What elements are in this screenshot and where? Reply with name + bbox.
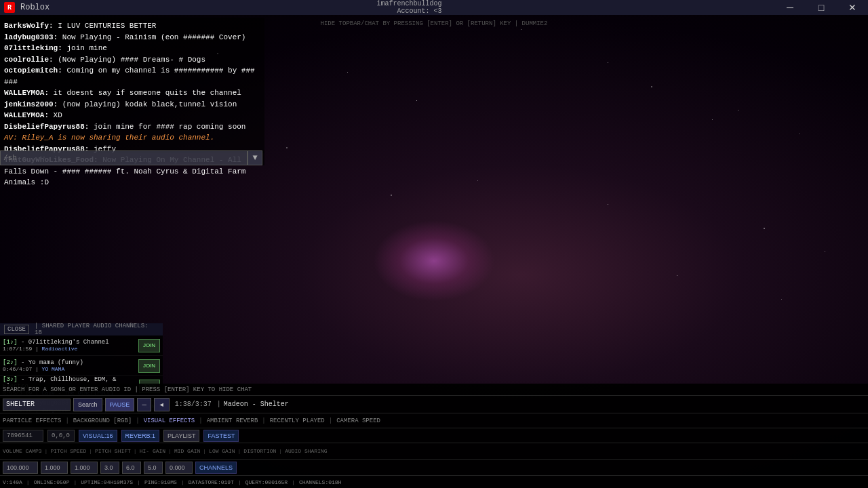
visual-setting-button[interactable]: VISUAL:16 bbox=[79, 430, 117, 442]
datastore-status: DATASTORE:019T bbox=[189, 479, 234, 485]
player-row: Search PAUSE ─ ◄ 1:38/3:37 | Madeon - Sh… bbox=[0, 396, 868, 413]
chat-panel: BarksWolfy: I LUV CENTURIES BETTER ladyb… bbox=[0, 18, 264, 153]
maximize-button[interactable]: □ bbox=[806, 0, 837, 15]
fastest-button[interactable]: FASTEST bbox=[203, 430, 239, 442]
chat-message-5: octopiemitch: Coming on my channel is ##… bbox=[4, 65, 260, 87]
mid-gain-label: MID GAIN bbox=[174, 448, 200, 454]
status-bar: V:140A | ONLINE:050P | UPTIME:04H10M37S … bbox=[0, 476, 868, 488]
center-glow bbox=[373, 220, 495, 302]
particle-effects-btn[interactable]: PARTICLE EFFECTS bbox=[3, 418, 61, 424]
volume-value-button[interactable]: 100.000 bbox=[3, 462, 38, 474]
chat-message-3: 07littleking: join mine bbox=[4, 43, 260, 54]
close-button[interactable]: ✕ bbox=[837, 0, 868, 15]
chat-message-2: ladybug0303: Now Playing - Rainism (eon … bbox=[4, 32, 260, 43]
search-hint-row: SEARCH FOR A SONG OR ENTER AUDIO ID | PR… bbox=[0, 384, 868, 396]
pitch-shift-value-button[interactable]: 1.000 bbox=[71, 462, 98, 474]
volume-label: VOLUME CAMP3 bbox=[3, 448, 42, 454]
reverb-setting-button[interactable]: REVERB:1 bbox=[121, 430, 160, 442]
hide-hint: HIDE TOPBAR/CHAT BY PRESSING [ENTER] OR … bbox=[321, 20, 548, 27]
distortion-value-button[interactable]: 0.000 bbox=[165, 462, 193, 474]
mem-status: V:140A bbox=[3, 479, 22, 485]
visual-effects-btn[interactable]: VISUAL EFFECTS bbox=[144, 418, 195, 424]
titlebar-title: Roblox bbox=[20, 3, 50, 12]
channel-item-1: [1♪] - 07littleking's Channel 1:07/1:59 … bbox=[0, 336, 163, 356]
effects-row: PARTICLE EFFECTS | BACKGROUND [RGB] | VI… bbox=[0, 413, 868, 428]
close-channels-button[interactable]: CLOSE bbox=[4, 325, 29, 334]
titlebar-controls: ─ □ ✕ bbox=[774, 0, 868, 15]
chat-message-4: coolrollie: (Now Playing) #### Dreams- #… bbox=[4, 54, 260, 66]
search-button[interactable]: Search bbox=[73, 398, 102, 411]
distortion-label: DISTORTION bbox=[243, 448, 276, 454]
channels-header-text: | SHARED PLAYER AUDIO CHANNELS: 18 bbox=[35, 323, 159, 336]
ambient-reverb-btn[interactable]: AMBIENT REVERB bbox=[207, 418, 258, 424]
background-btn[interactable]: BACKGROUND [RGB] bbox=[73, 418, 132, 424]
sliders-row: VOLUME CAMP3 | PITCH SPEED | PITCH SHIFT… bbox=[0, 443, 868, 460]
mid-gain-value-button[interactable]: 6.0 bbox=[122, 462, 141, 474]
chat-message-9: DisbeliefPapyrus88: join mine for #### r… bbox=[4, 121, 260, 133]
uptime-status: UPTIME:04H10M37S bbox=[81, 479, 133, 485]
chat-input-area: ▼ bbox=[0, 150, 264, 165]
titlebar: R Roblox imafrenchbulldog Account: <3 ─ … bbox=[0, 0, 868, 15]
camera-speed-btn[interactable]: CAMERA SPEED bbox=[336, 418, 380, 424]
join-channel-2-button[interactable]: JOIN bbox=[138, 359, 160, 373]
join-channel-1-button[interactable]: JOIN bbox=[138, 339, 160, 352]
chat-scroll-button[interactable]: ▼ bbox=[248, 150, 262, 165]
song-search-input[interactable] bbox=[3, 399, 71, 411]
low-gain-label: LOW GAIN bbox=[209, 448, 235, 454]
chat-message-av: AV: Riley_A is now sharing their audio c… bbox=[4, 132, 260, 144]
channels-button[interactable]: CHANNELS bbox=[195, 462, 237, 474]
hi-gain-label: HI- GAIN bbox=[140, 448, 165, 454]
audio-sharing-label: AUDIO SHARING bbox=[285, 448, 327, 454]
playlist-button[interactable]: PLAYLIST bbox=[163, 430, 199, 442]
minimize-button[interactable]: ─ bbox=[774, 0, 806, 15]
chat-message-1: BarksWolfy: I LUV CENTURIES BETTER bbox=[4, 20, 260, 32]
back-button[interactable]: ◄ bbox=[154, 398, 170, 411]
search-hint-text: SEARCH FOR A SONG OR ENTER AUDIO ID | PR… bbox=[3, 386, 252, 393]
channels-header: CLOSE | SHARED PLAYER AUDIO CHANNELS: 18 bbox=[0, 323, 163, 336]
position-display: 0,0,0 bbox=[47, 430, 75, 442]
pitch-label: PITCH SPEED bbox=[50, 448, 86, 454]
online-status: ONLINE:050P bbox=[34, 479, 70, 485]
chat-message-7: jenkins2000: (now playing) kodak black,t… bbox=[4, 99, 260, 110]
chat-input[interactable] bbox=[0, 150, 248, 165]
song-title-display: Madeon - Shelter bbox=[224, 401, 289, 408]
ping-status: PING:010MS bbox=[144, 479, 177, 485]
channels-status: CHANNELS:018H bbox=[299, 479, 341, 485]
query-status: QUERY:000165R bbox=[245, 479, 288, 485]
chat-message-6: WALLEYMOA: it doesnt say if someone quit… bbox=[4, 87, 260, 99]
recently-played-btn[interactable]: RECENTLY PLAYED bbox=[270, 418, 325, 424]
roblox-icon: R bbox=[4, 2, 15, 13]
pitch-shift-label: PITCH SHIFT bbox=[95, 448, 131, 454]
pitch-value-button[interactable]: 1.000 bbox=[41, 462, 68, 474]
titlebar-user: imafrenchbulldog Account: <3 bbox=[377, 0, 448, 15]
channel-item-2: [2♪] - Yo mama (funny) 0:46/4:07 | YO MA… bbox=[0, 356, 163, 376]
bottom-controls: SEARCH FOR A SONG OR ENTER AUDIO ID | PR… bbox=[0, 384, 868, 488]
chat-message-8: WALLEYMOA: XD bbox=[4, 110, 260, 121]
time-display: 1:38/3:37 bbox=[172, 401, 214, 408]
volume-id-display: 7896541 bbox=[3, 430, 43, 442]
pause-button[interactable]: PAUSE bbox=[105, 398, 135, 411]
titlebar-left: R Roblox bbox=[0, 2, 50, 13]
settings-row: 7896541 0,0,0 VISUAL:16 REVERB:1 PLAYLIS… bbox=[0, 428, 868, 443]
hi-gain-value-button[interactable]: 3.0 bbox=[100, 462, 119, 474]
low-gain-value-button[interactable]: 5.0 bbox=[144, 462, 163, 474]
prev-button[interactable]: ─ bbox=[137, 398, 151, 411]
